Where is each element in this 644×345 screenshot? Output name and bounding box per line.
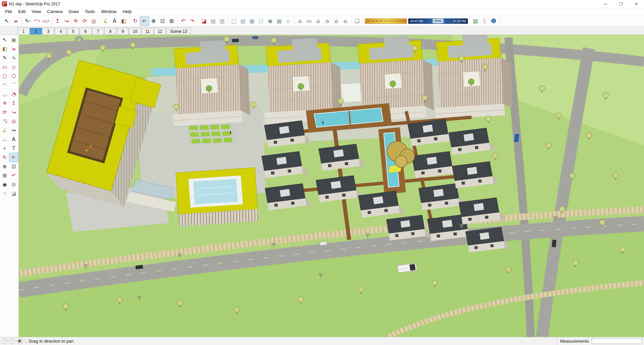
zoom-tool[interactable]: ⊕ [0, 162, 9, 171]
zoom-window-button[interactable]: ⊡ [158, 17, 167, 25]
zoom-window-tool[interactable]: ⊡ [9, 162, 18, 171]
next-view-button[interactable]: ↷ [188, 17, 197, 25]
freehand-tool[interactable]: ∿ [9, 54, 18, 62]
scene-tab[interactable]: 4 [55, 28, 67, 34]
paint-bucket-tool[interactable]: ◧ [0, 45, 9, 53]
menu-camera[interactable]: Camera [44, 8, 65, 15]
previous-view-button[interactable]: ↶ [179, 17, 188, 25]
hidden-line-button[interactable]: ◻ [257, 17, 266, 25]
line-button[interactable]: ✎▾ [23, 17, 32, 25]
scene-tab[interactable]: 7 [92, 28, 104, 34]
shapes-button[interactable]: ▭▾ [42, 17, 50, 25]
viewport-3d-canvas[interactable] [19, 35, 644, 337]
add-location-button[interactable]: ▧ [471, 17, 480, 25]
scene-tab[interactable]: 11 [142, 28, 154, 34]
menu-window[interactable]: Window [98, 8, 119, 15]
scene-tab[interactable]: 8 [104, 28, 116, 34]
select-tool[interactable]: ↖ [0, 36, 9, 44]
scene-tab[interactable]: Scene 13 [166, 28, 191, 34]
arc-tool[interactable]: ◠ [0, 81, 9, 89]
scene-tab[interactable]: 10 [129, 28, 141, 34]
dimension-tool[interactable]: ↔ [9, 126, 18, 135]
move-tool[interactable]: ✛ [0, 99, 9, 108]
move-button[interactable]: ✛ [71, 17, 80, 25]
toggle-terrain-button[interactable]: ◊ [480, 17, 489, 25]
scale-tool[interactable]: ◹ [0, 117, 9, 126]
get-models-button[interactable]: ☻ [489, 17, 498, 25]
rotate-button[interactable]: ⟳ [80, 17, 89, 25]
scene-tab[interactable]: 12 [154, 28, 166, 34]
left-view-button[interactable]: ⌂ [341, 17, 350, 25]
scene-tab[interactable]: 9 [117, 28, 129, 34]
scene-tab[interactable]: 6 [79, 28, 92, 34]
back-view-button[interactable]: ⌂ [332, 17, 341, 25]
axes-tool[interactable]: ⌖ [0, 144, 9, 153]
back-edges-button[interactable]: ▨ [239, 17, 248, 25]
walk-tool[interactable]: ∵ [0, 189, 9, 198]
orbit-tool[interactable]: ↻ [0, 153, 9, 162]
close-button[interactable]: ✕ [629, 0, 644, 8]
offset-tool[interactable]: ◎ [9, 117, 18, 126]
minimize-button[interactable]: — [598, 0, 613, 8]
menu-edit[interactable]: Edit [15, 8, 29, 15]
monochrome-button[interactable]: ▫ [284, 17, 293, 25]
follow-me-button[interactable]: ↝ [62, 17, 71, 25]
arc-button[interactable]: ◠▾ [33, 17, 41, 25]
section-plane-tool[interactable]: ◪ [9, 189, 18, 198]
text-button[interactable]: A [110, 17, 119, 25]
rectangle-tool[interactable]: ▭ [0, 63, 9, 71]
scene-tab[interactable]: 2 [30, 28, 42, 34]
zoom-extents-tool[interactable]: ⊞ [0, 171, 9, 180]
select-button[interactable]: ↖ [3, 17, 11, 25]
two-point-arc-tool[interactable]: ⌒ [9, 81, 18, 89]
eraser-button[interactable]: ▰ [12, 17, 20, 25]
shadow-date-slider[interactable]: JFMAMJJASOND [365, 18, 407, 24]
iso-view-button[interactable]: ⌂ [296, 17, 305, 25]
look-around-tool[interactable]: ⊙ [9, 180, 18, 189]
eraser-tool[interactable]: ▰ [9, 45, 18, 53]
maximize-button[interactable]: ❐ [613, 0, 629, 8]
tape-measure-tool[interactable]: ∠ [0, 126, 9, 135]
section-plane-button[interactable]: ◪ [200, 17, 209, 25]
top-view-button[interactable]: ▭ [305, 17, 314, 25]
user-icon[interactable]: ☻ [17, 338, 22, 344]
display-section-planes-button[interactable]: ▤ [209, 17, 218, 25]
display-section-cuts-button[interactable]: ▥ [218, 17, 227, 25]
paint-bucket-button[interactable]: ◧ [119, 17, 128, 25]
scene-tab[interactable]: 3 [42, 28, 54, 34]
rotated-rectangle-tool[interactable]: ◇ [9, 63, 18, 71]
scene-tab[interactable]: 1 [17, 28, 30, 34]
pan-button[interactable]: ☛ [140, 17, 149, 25]
menu-tools[interactable]: Tools [82, 8, 98, 15]
shaded-with-textures-button[interactable]: ▩ [275, 17, 284, 25]
line-tool[interactable]: ✎ [0, 54, 9, 62]
follow-me-tool[interactable]: ↝ [9, 108, 18, 117]
orbit-button[interactable]: ↻ [131, 17, 140, 25]
3d-text-tool[interactable]: T [9, 144, 18, 153]
zoom-button[interactable]: ⊕ [149, 17, 158, 25]
measurements-input[interactable] [592, 338, 642, 344]
three-point-arc-tool[interactable]: ◡ [0, 90, 9, 98]
menu-draw[interactable]: Draw [66, 8, 82, 15]
info-icon[interactable]: i [9, 338, 15, 344]
right-view-button[interactable]: ⌂ [323, 17, 332, 25]
shaded-button[interactable]: ◼ [266, 17, 275, 25]
menu-help[interactable]: Help [120, 8, 135, 15]
menu-view[interactable]: View [29, 8, 44, 15]
protractor-tool[interactable]: ⌓ [0, 135, 9, 144]
pie-tool[interactable]: ◔ [9, 90, 18, 98]
menu-file[interactable]: File [2, 8, 15, 15]
front-view-button[interactable]: ⌂ [314, 17, 323, 25]
text-tool[interactable]: A [9, 135, 18, 144]
x-ray-button[interactable]: ▢ [230, 17, 238, 25]
position-camera-tool[interactable]: ◉ [0, 180, 9, 189]
circle-tool[interactable]: ○ [0, 72, 9, 80]
polygon-tool[interactable]: ⬠ [9, 72, 18, 80]
shadow-time-slider[interactable]: 04:47 AM Noon 07:25 PM [408, 18, 468, 24]
scene-tab[interactable]: 5 [67, 28, 79, 34]
help-icon[interactable]: ? [2, 338, 8, 344]
rotate-tool[interactable]: ⟳ [0, 108, 9, 117]
shadows-toggle-button[interactable]: ❏ [353, 17, 362, 25]
tape-measure-button[interactable]: ∠ [101, 17, 110, 25]
previous-view-tool[interactable]: ↶ [9, 171, 18, 180]
